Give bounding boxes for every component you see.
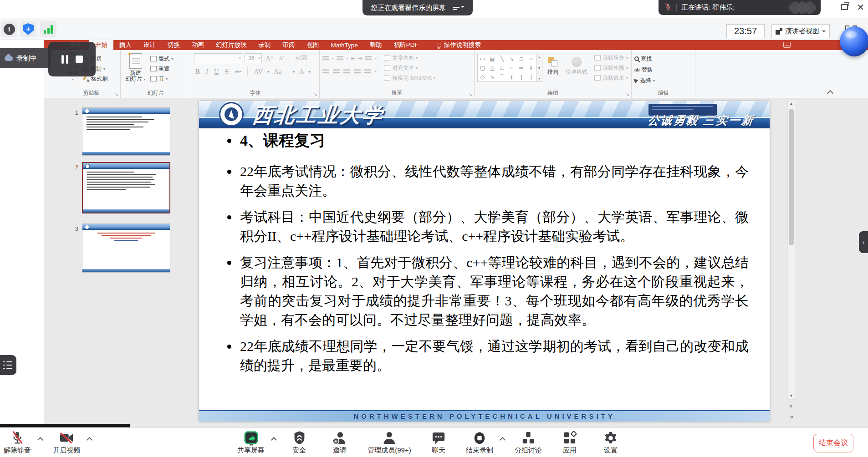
slide-scrollbar[interactable]: ▲ ▼ — [787, 99, 795, 400]
shapes-gallery-scrollbar[interactable]: ▴▾▾ — [536, 54, 542, 82]
expand-panel-tab[interactable]: ‹ — [859, 231, 868, 253]
font-name-select[interactable] — [194, 53, 242, 63]
tab-MathType[interactable]: MathType — [325, 40, 364, 50]
slide-thumbnail-2[interactable] — [82, 162, 170, 213]
shape-fill-button[interactable]: 形状填充▾ — [594, 53, 628, 62]
tab-帮助[interactable]: 帮助 — [364, 40, 388, 50]
font-color-icon[interactable]: A — [298, 68, 306, 76]
font-size-select[interactable]: 36 — [245, 53, 262, 63]
shape-16-icon[interactable]: { — [521, 72, 522, 81]
line-spacing-icon[interactable] — [365, 56, 372, 61]
scroll-up-icon[interactable]: ▲ — [788, 100, 795, 107]
quick-styles-button[interactable]: 快速样式 — [563, 56, 590, 90]
security-status-button[interactable]: + — [20, 21, 36, 37]
network-status-button[interactable] — [40, 21, 56, 37]
shape-effects-button[interactable]: 形状效果▾ — [594, 73, 628, 82]
toolbar-item-设置[interactable]: 设置 — [604, 430, 618, 455]
expand-options-icon[interactable] — [500, 437, 505, 441]
shape-7-icon[interactable]: △ — [490, 63, 494, 72]
reset-button[interactable]: 重置 — [150, 64, 173, 73]
next-slide-button[interactable]: « — [787, 412, 795, 421]
shape-13-icon[interactable]: ∿ — [490, 72, 495, 81]
clear-strike-icon[interactable]: abc — [233, 69, 243, 74]
expand-options-icon[interactable] — [87, 437, 92, 441]
strikethrough-icon[interactable]: S — [224, 68, 230, 76]
find-button[interactable]: 查找 — [634, 54, 655, 63]
align-left-icon[interactable] — [322, 69, 329, 74]
replace-button[interactable]: ab替换 — [634, 65, 655, 74]
arrange-button[interactable]: 排列 — [545, 56, 561, 90]
increase-indent-icon[interactable]: ⇥ — [358, 55, 363, 61]
shape-1-icon[interactable]: ▤ — [490, 54, 495, 63]
toolbar-item-聊天[interactable]: 聊天 — [432, 430, 445, 455]
meeting-list-tab[interactable] — [0, 355, 16, 375]
floating-assistant-icon[interactable] — [840, 26, 868, 56]
toolbar-item-管理成员(99+)[interactable]: 管理成员(99+) — [368, 430, 411, 455]
shape-outline-button[interactable]: 形状轮廓▾ — [594, 63, 628, 72]
align-center-icon[interactable] — [333, 69, 340, 74]
end-meeting-button[interactable]: 结束会议 — [813, 434, 853, 452]
tab-插入[interactable]: 插入 — [113, 40, 138, 50]
clear-formatting-icon[interactable]: A⌫ — [294, 55, 309, 62]
layout-button[interactable]: 版式▾ — [150, 54, 173, 63]
shape-15-icon[interactable]: ( — [511, 72, 513, 81]
shape-14-icon[interactable]: ⌒ — [499, 72, 505, 81]
slide-thumbnail-1[interactable] — [82, 107, 170, 156]
window-restore-button[interactable] — [841, 4, 848, 10]
toolbar-item-分组讨论[interactable]: 分组讨论 — [515, 430, 542, 455]
convert-smartart-button[interactable]: 转换为 SmartArt▾ — [384, 73, 435, 82]
slide-thumbnail-3[interactable] — [82, 223, 170, 273]
paragraph-dialog-launcher[interactable]: ↘ — [469, 92, 472, 97]
shape-3-icon[interactable]: ↘ — [510, 54, 514, 63]
banner-menu-icon[interactable] — [453, 6, 465, 10]
tab-录制[interactable]: 录制 — [253, 40, 277, 50]
collapse-ribbon-icon[interactable] — [828, 90, 832, 94]
expand-options-icon[interactable] — [38, 437, 42, 441]
toolbar-item-应用[interactable]: 应用 — [563, 430, 577, 455]
align-right-icon[interactable] — [343, 69, 350, 74]
shape-11-icon[interactable]: ⇩ — [529, 63, 533, 72]
current-slide[interactable]: 西北工业大学 公诚勇毅 三实一新 4、课程复习22年底考试情况：微积分、线性代数… — [199, 101, 770, 421]
decrease-indent-icon[interactable]: ⇤ — [351, 55, 355, 61]
scroll-down-icon[interactable]: ▼ — [788, 392, 795, 399]
shape-8-icon[interactable]: ∟ — [499, 63, 505, 72]
bold-icon[interactable]: B — [194, 68, 201, 76]
shape-17-icon[interactable]: } — [530, 72, 532, 81]
bullets-icon[interactable] — [322, 56, 329, 61]
select-button[interactable]: 选择▾ — [634, 76, 655, 85]
char-spacing-icon[interactable]: AV — [252, 68, 264, 76]
tab-search-help[interactable]: 操作说明搜索 — [431, 40, 487, 50]
shapes-gallery[interactable]: ▭▤╲↘□○▢△∟⌐⇨⇩◇∿⌒({} — [477, 54, 536, 82]
toolbar-item-安全[interactable]: 安全 — [292, 430, 306, 455]
align-text-button[interactable]: 对齐文本▾ — [384, 63, 435, 72]
numbering-icon[interactable] — [337, 56, 343, 61]
underline-icon[interactable]: U — [213, 68, 220, 76]
tab-福昕PDF[interactable]: 福昕PDF — [388, 40, 424, 50]
scrollbar-thumb[interactable] — [789, 109, 794, 245]
toolbar-item-共享屏幕[interactable]: 共享屏幕 — [237, 430, 265, 455]
tab-审阅[interactable]: 审阅 — [277, 40, 301, 50]
previous-slide-button[interactable]: « — [787, 401, 795, 411]
shape-6-icon[interactable]: ▢ — [480, 63, 485, 72]
meeting-info-button[interactable]: i — [1, 21, 17, 37]
new-slide-button[interactable]: 新建幻灯片 ▾ — [123, 52, 148, 90]
shape-10-icon[interactable]: ⇨ — [519, 63, 524, 72]
comments-icon[interactable] — [783, 42, 791, 48]
decrease-font-icon[interactable]: Aˇ — [277, 55, 286, 62]
clipboard-dialog-launcher[interactable]: ↘ — [115, 92, 118, 97]
shape-12-icon[interactable]: ◇ — [480, 72, 485, 81]
font-dialog-launcher[interactable]: ↘ — [314, 92, 317, 97]
change-case-icon[interactable]: Aa — [272, 68, 283, 76]
drawing-dialog-launcher[interactable]: ↘ — [626, 92, 629, 97]
toolbar-item-解除静音[interactable]: 解除静音 — [4, 430, 31, 455]
tab-视图[interactable]: 视图 — [301, 40, 325, 50]
tab-幻灯片放映[interactable]: 幻灯片放映 — [210, 40, 253, 50]
italic-icon[interactable]: I — [204, 68, 209, 76]
expand-options-icon[interactable] — [272, 437, 276, 441]
shape-5-icon[interactable]: ○ — [530, 54, 533, 63]
shape-9-icon[interactable]: ⌐ — [510, 63, 513, 72]
increase-font-icon[interactable]: A^ — [264, 55, 275, 62]
toolbar-item-开启视频[interactable]: 开启视频 — [53, 430, 80, 455]
tab-设计[interactable]: 设计 — [138, 40, 162, 50]
shape-0-icon[interactable]: ▭ — [480, 54, 485, 63]
